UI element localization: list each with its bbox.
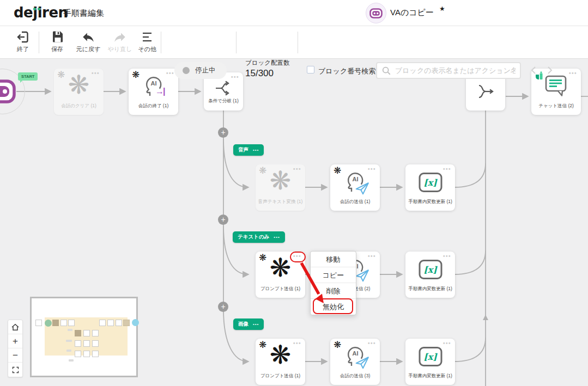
node-menu-dots-icon[interactable]	[569, 70, 577, 76]
fit-screen-icon	[11, 366, 20, 374]
home-icon	[11, 323, 20, 332]
zoom-in-button[interactable]: +	[8, 334, 22, 348]
node-var-update-2[interactable]: [x] 手順書内変数更新 (1)	[405, 252, 455, 298]
undo-icon	[81, 30, 95, 44]
node-label: 手順書内変数更新 (1)	[403, 199, 457, 205]
node-label: 会話の送信 (1)	[328, 199, 382, 205]
svg-text:AI: AI	[150, 80, 156, 87]
node-menu-dots-icon[interactable]	[368, 253, 376, 259]
add-branch-button[interactable]: +	[218, 302, 228, 312]
block-search-input[interactable]	[395, 66, 516, 75]
node-menu-dots-icon[interactable]	[368, 340, 376, 346]
branch-badge-image[interactable]: 画像	[233, 318, 264, 330]
node-label: 手順書内変数更新 (1)	[403, 286, 457, 292]
end-arrow-icon: →|	[155, 87, 164, 96]
menu-item-disable[interactable]: 無効化	[311, 299, 356, 315]
openai-icon: ❋	[256, 253, 305, 283]
status-text: 停止中	[195, 66, 216, 75]
exit-icon	[16, 30, 30, 44]
node-prompt-send-2[interactable]: ❋ ❋ プロンプト送信 (1)	[256, 339, 305, 385]
node-prompt-send-1[interactable]: ❋ ❋ プロンプト送信 (1)	[256, 252, 305, 298]
favorite-star-icon[interactable]: ★	[439, 5, 445, 13]
block-number-search-checkbox[interactable]	[307, 66, 314, 73]
block-count-label: ブロック配置数	[245, 59, 290, 67]
node-kaiwa-send-1[interactable]: ❋ AI 会話の送信 (1)	[330, 164, 380, 211]
send-plane-icon	[355, 182, 369, 195]
minimap-start-dot	[45, 320, 52, 327]
workflow-canvas[interactable]: START ❋ ❋ 会話のクリア (1) ❋ AI →| 会話の終了 (1) 条…	[0, 59, 588, 386]
node-label: 音声テキスト変換 (1)	[253, 199, 307, 205]
zoom-out-button[interactable]: −	[8, 348, 22, 363]
dejiren-logo: dejiren	[14, 4, 68, 21]
node-var-update-3[interactable]: [x] 手順書内変数更新 (1)	[405, 339, 455, 385]
node-label: 会話のクリア (1)	[52, 103, 106, 109]
hamburger-lines-icon	[140, 30, 154, 44]
start-robot-node[interactable]	[0, 79, 16, 103]
chat-bubble-icon	[544, 74, 569, 97]
undo-button[interactable]: 元に戻す	[73, 30, 104, 53]
variable-icon: [x]	[419, 347, 442, 366]
toolbar-divider	[39, 32, 39, 53]
node-label: 条件で分岐 (1)	[202, 98, 245, 105]
save-button[interactable]: 保存	[42, 30, 72, 53]
more-menu-button[interactable]: その他	[132, 30, 162, 53]
menu-item-move[interactable]: 移動	[311, 252, 356, 267]
block-number-search-label: ブロック番号検索	[318, 66, 375, 76]
fit-screen-button[interactable]	[8, 363, 22, 377]
minimap[interactable]	[30, 297, 138, 377]
robot-icon	[369, 8, 383, 19]
node-label: 会話の送信 (3)	[328, 373, 382, 379]
status-dot-icon	[183, 67, 190, 74]
menu-item-delete[interactable]: 削除	[311, 283, 356, 299]
badge-menu-dots-icon[interactable]	[253, 148, 259, 152]
node-menu-dots-icon[interactable]	[368, 166, 376, 172]
badge-menu-dots-icon[interactable]	[274, 235, 280, 240]
openai-badge-icon: ❋	[334, 166, 341, 175]
node-menu-dots-icon[interactable]	[443, 253, 451, 259]
search-prev-button[interactable]	[526, 63, 541, 77]
add-branch-button[interactable]: +	[218, 127, 228, 138]
redo-button[interactable]: やり直し	[105, 30, 135, 53]
node-menu-dots-icon[interactable]	[443, 340, 451, 346]
block-count-value: 15/300	[245, 68, 274, 79]
node-menu-dots-icon[interactable]	[443, 166, 451, 172]
toolbar-divider	[236, 32, 237, 53]
badge-menu-dots-icon[interactable]	[253, 322, 259, 327]
node-label: プロンプト送信 (1)	[253, 373, 307, 379]
variable-icon: [x]	[419, 260, 442, 279]
search-icon	[381, 66, 391, 76]
node-context-menu: 移動 コピー 削除 無効化	[310, 251, 356, 315]
variable-icon: [x]	[419, 173, 442, 192]
openai-icon: ❋	[54, 70, 104, 100]
app-header: dejiren 手順書編集 VAのコピー ★	[0, 0, 588, 26]
branch-badge-text-only[interactable]: テキストのみ	[233, 231, 285, 243]
exit-button[interactable]: 終了	[8, 30, 38, 53]
node-kaiwa-clear[interactable]: ❋ ❋ 会話のクリア (1)	[54, 69, 104, 115]
openai-badge-icon: ❋	[132, 70, 140, 79]
page-title: 手順書編集	[63, 8, 104, 19]
node-voice-to-text[interactable]: ❋ ❋ 音声テキスト変換 (1)	[256, 164, 305, 211]
node-kaiwa-end[interactable]: ❋ AI →| 会話の終了 (1)	[129, 69, 178, 115]
home-button[interactable]	[8, 320, 22, 334]
toolbar-divider	[298, 32, 298, 53]
node-kaiwa-send-3[interactable]: ❋ AI 会話の送信 (3)	[330, 339, 380, 385]
menu-item-copy[interactable]: コピー	[311, 267, 356, 283]
va-avatar	[366, 3, 386, 23]
minimap-end-dot	[132, 319, 139, 326]
search-next-button[interactable]	[543, 63, 557, 77]
branch-fork-icon	[213, 79, 234, 97]
redo-icon	[113, 30, 127, 44]
branch-badge-voice[interactable]: 音声	[233, 144, 264, 156]
workflow-name: VAのコピー	[390, 8, 434, 18]
add-branch-button[interactable]: +	[218, 215, 228, 225]
status-pill: 停止中	[174, 62, 227, 79]
openai-icon: ❋	[256, 166, 305, 196]
node-label: プロンプト送信 (1)	[253, 286, 307, 292]
send-plane-icon	[355, 356, 369, 369]
node-menu-dots-icon[interactable]	[166, 70, 174, 76]
node-var-update-1[interactable]: [x] 手順書内変数更新 (1)	[405, 164, 455, 211]
logo-dot-icon	[33, 8, 36, 10]
toolbar-divider	[161, 32, 161, 53]
toolbar: 終了 保存 元に戻す やり直し その他 停止中	[0, 26, 588, 59]
canvas-zoom-controls: + −	[8, 320, 23, 377]
